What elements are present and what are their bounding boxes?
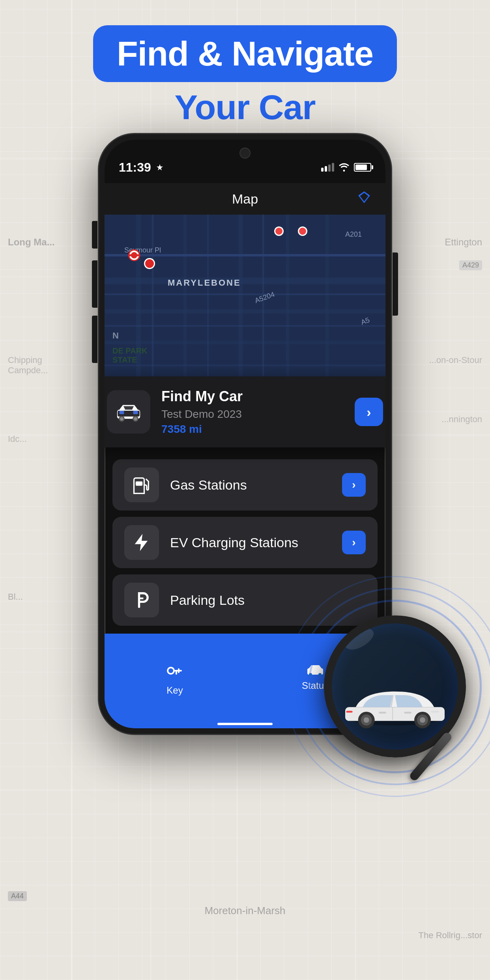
- parking-icon-box: [124, 583, 159, 617]
- magnifier-decoration: [324, 615, 466, 757]
- svg-point-20: [364, 717, 369, 723]
- svg-rect-25: [346, 711, 352, 713]
- svg-rect-8: [120, 411, 124, 414]
- find-car-distance: 7358 mi: [161, 423, 344, 436]
- underground-icon: [128, 249, 140, 261]
- svg-marker-0: [157, 164, 163, 170]
- gas-icon-box: [124, 468, 159, 502]
- signal-icon: [321, 163, 334, 172]
- svg-point-4: [120, 417, 123, 421]
- tab-key-label: Key: [166, 685, 183, 696]
- status-icons: [321, 163, 371, 172]
- find-car-arrow-button[interactable]: ›: [355, 398, 383, 426]
- find-my-car-card[interactable]: Find My Car Test Demo 2023 7358 mi ›: [99, 376, 391, 447]
- phone-camera: [239, 148, 251, 159]
- svg-rect-7: [133, 411, 138, 414]
- gas-stations-label: Gas Stations: [170, 477, 331, 493]
- park-label: DE PARKSTATE: [112, 346, 148, 365]
- svg-point-10: [168, 668, 174, 674]
- ev-charging-arrow-button[interactable]: ›: [342, 531, 366, 554]
- svg-rect-27: [404, 712, 411, 714]
- arrow-right-icon: ›: [367, 404, 371, 420]
- map-district-label: MARYLEBONE: [168, 278, 241, 288]
- app-header: Map: [105, 183, 385, 215]
- arrow-icon: ›: [352, 479, 355, 491]
- svg-rect-26: [379, 712, 386, 714]
- headline-badge: Find & Navigate: [93, 25, 397, 82]
- map-marker: [274, 226, 284, 236]
- map-road-label-a201: A201: [345, 230, 362, 239]
- area-label-n: N: [112, 331, 119, 341]
- tab-key[interactable]: Key: [105, 663, 245, 696]
- svg-rect-24: [431, 711, 439, 713]
- headline-main-text: Find & Navigate: [117, 34, 373, 73]
- parking-icon: [131, 590, 152, 610]
- ev-charging-item[interactable]: EV Charging Stations ›: [112, 517, 378, 568]
- headline-sub-text: Your Car: [174, 90, 315, 125]
- gas-stations-item[interactable]: Gas Stations ›: [112, 459, 378, 511]
- app-title: Map: [232, 191, 258, 207]
- gas-stations-arrow-button[interactable]: ›: [342, 473, 366, 497]
- phone-mockup: 11:39: [99, 134, 391, 734]
- battery-icon: [354, 163, 371, 172]
- key-icon: [165, 663, 184, 682]
- gas-station-icon: [131, 475, 152, 495]
- arrow-icon: ›: [352, 536, 355, 549]
- find-car-info: Find My Car Test Demo 2023 7358 mi: [161, 388, 344, 436]
- gem-icon[interactable]: [357, 190, 371, 208]
- map-view[interactable]: MARYLEBONE Seymour Pl A5204 A201 A5 DE P…: [105, 215, 385, 404]
- ev-charging-label: EV Charging Stations: [170, 535, 331, 550]
- status-time: 11:39: [119, 160, 164, 175]
- car-icon: [115, 402, 142, 422]
- home-indicator: [217, 723, 273, 725]
- parking-lots-label: Parking Lots: [170, 593, 331, 608]
- svg-point-6: [134, 417, 137, 421]
- wifi-icon: [338, 163, 350, 172]
- svg-rect-9: [136, 481, 142, 486]
- status-bar: 11:39: [105, 140, 385, 183]
- svg-point-23: [420, 717, 425, 723]
- car-icon-box: [107, 390, 150, 434]
- find-car-title: Find My Car: [161, 388, 344, 405]
- ev-charging-icon: [131, 532, 152, 553]
- underground-icon-2: [144, 258, 155, 269]
- hero-section: Find & Navigate Your Car: [0, 0, 490, 150]
- map-marker: [298, 226, 307, 236]
- ev-icon-box: [124, 525, 159, 560]
- find-car-subtitle: Test Demo 2023: [161, 408, 344, 421]
